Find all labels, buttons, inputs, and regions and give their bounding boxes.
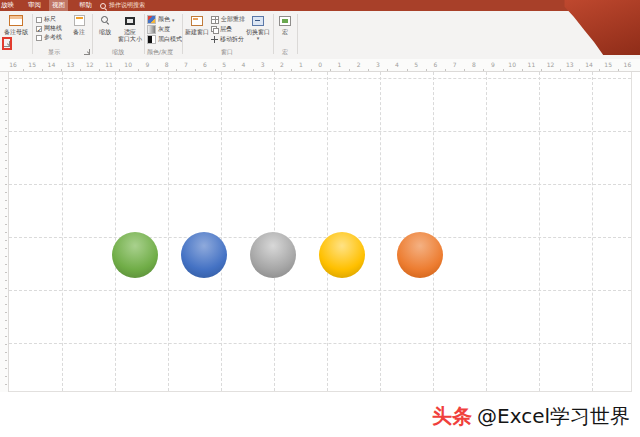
ruler-tick: [618, 69, 619, 71]
ruler-tick: [5, 280, 7, 281]
switch-windows-button[interactable]: 切换窗口 ▾: [246, 13, 270, 45]
ruler-tick: [5, 104, 7, 105]
ruler-checkbox-row[interactable]: 标尺: [36, 15, 56, 24]
ruler-number: 2: [280, 61, 284, 68]
move-split-button[interactable]: 移动拆分: [211, 35, 244, 44]
fit-to-window-button[interactable]: 适应 窗口大小: [117, 13, 143, 45]
ruler-tick: [5, 328, 7, 329]
ruler-tick: [5, 312, 7, 313]
guides-checkbox-row[interactable]: 参考线: [36, 33, 62, 42]
guides-checkbox[interactable]: [36, 35, 42, 41]
ruler-number: 14: [585, 61, 593, 68]
switch-windows-label: 切换窗口: [246, 28, 270, 35]
move-split-icon: [211, 36, 218, 43]
ruler-tick: [5, 296, 7, 297]
chevron-down-icon: ▾: [172, 17, 175, 23]
ruler-tick: [5, 352, 7, 353]
gridlines-checkbox-label: 网格线: [44, 24, 62, 33]
ruler-tick: [23, 69, 24, 71]
ruler-number: 5: [414, 61, 418, 68]
zoom-group-label: 缩放: [112, 48, 124, 57]
cascade-button[interactable]: 层叠: [211, 25, 232, 34]
ruler-tick: [253, 69, 254, 71]
move-split-label: 移动拆分: [220, 35, 244, 44]
ruler-tick: [5, 112, 7, 113]
ruler-tick: [5, 184, 7, 185]
arrange-all-label: 全部重排: [221, 15, 245, 24]
ruler-number: 3: [376, 61, 380, 68]
ruler-tick: [195, 69, 196, 71]
tab-help[interactable]: 帮助: [76, 0, 95, 11]
circle-shape-blue[interactable]: [181, 232, 227, 278]
ruler-tick: [5, 256, 7, 257]
ruler-number: 6: [203, 61, 207, 68]
ruler-tick: [291, 69, 292, 71]
fit-to-window-label-2: 窗口大小: [118, 35, 142, 42]
ruler-tick: [157, 69, 158, 71]
gridlines-checkbox[interactable]: [36, 26, 42, 32]
tab-view[interactable]: 视图: [49, 0, 68, 11]
color-button[interactable]: 颜色 ▾: [147, 15, 175, 24]
ruler-tick: [119, 69, 120, 71]
ruler-tick: [5, 88, 7, 89]
vertical-ruler[interactable]: [0, 72, 9, 392]
ruler-tick: [445, 69, 446, 71]
ruler-number: 10: [508, 61, 516, 68]
ruler-number: 1: [299, 61, 303, 68]
ruler-checkbox[interactable]: [36, 17, 42, 23]
zoom-button[interactable]: 缩放: [95, 13, 115, 45]
slide-canvas[interactable]: [9, 72, 632, 392]
new-window-button[interactable]: 新建窗口: [185, 13, 209, 45]
ruler-number: 7: [184, 61, 188, 68]
black-white-button[interactable]: 黑白模式: [147, 35, 182, 44]
new-window-label: 新建窗口: [185, 28, 209, 35]
ruler-tick: [80, 69, 81, 71]
ruler-tick: [579, 69, 580, 71]
ruler-number: 12: [547, 61, 555, 68]
ruler-number: 14: [48, 61, 56, 68]
ruler-tick: [99, 69, 100, 71]
black-white-icon: [147, 35, 156, 44]
notes-master-icon: [9, 15, 23, 26]
tab-review[interactable]: 审阅: [25, 0, 44, 11]
tell-me-search[interactable]: 操作说明搜索: [100, 0, 145, 11]
ruler-tick: [5, 192, 7, 193]
notes-button[interactable]: 备注: [70, 13, 88, 45]
ruler-tick: [464, 69, 465, 71]
ruler-number: 9: [145, 61, 149, 68]
ruler-tick: [5, 208, 7, 209]
circle-shape-yellow[interactable]: [319, 232, 365, 278]
watermark: 头条 @Excel学习世界: [432, 401, 630, 431]
show-dialog-launcher-icon[interactable]: [84, 49, 90, 55]
macros-button[interactable]: 宏: [277, 13, 293, 45]
dialog-launcher-icon[interactable]: [4, 41, 10, 47]
ruler-tick: [5, 336, 7, 337]
grayscale-button[interactable]: 灰度: [147, 25, 170, 34]
ruler-number: 2: [357, 61, 361, 68]
ruler-tick: [5, 320, 7, 321]
gridlines-checkbox-row[interactable]: 网格线: [36, 24, 62, 33]
ruler-number: 12: [86, 61, 94, 68]
circle-shape-green[interactable]: [112, 232, 158, 278]
ribbon-tab-bar: 放映 审阅 视图 帮助 操作说明搜索: [0, 0, 640, 11]
ruler-tick: [387, 69, 388, 71]
search-icon: [100, 3, 106, 9]
powerpoint-window: 放映 审阅 视图 帮助 操作说明搜索 备注母版 标尺 网格线: [0, 0, 640, 437]
ruler-tick: [5, 160, 7, 161]
grayscale-icon: [147, 25, 156, 34]
ruler-tick: [522, 69, 523, 71]
ruler-tick: [176, 69, 177, 71]
horizontal-ruler[interactable]: 1615141312111098765432101234567891011121…: [0, 59, 640, 72]
ruler-number: 11: [528, 61, 536, 68]
color-icon: [147, 15, 156, 24]
notes-label: 备注: [73, 28, 85, 35]
arrange-all-button[interactable]: 全部重排: [211, 15, 245, 24]
cascade-label: 层叠: [220, 25, 232, 34]
group-separator: [273, 14, 274, 54]
tab-slideshow-partial[interactable]: 放映: [0, 0, 17, 11]
ruler-number: 13: [566, 61, 574, 68]
ruler-tick: [5, 288, 7, 289]
circle-shape-orange[interactable]: [397, 232, 443, 278]
circle-shape-gray[interactable]: [250, 232, 296, 278]
gridline-horizontal: [9, 78, 631, 79]
